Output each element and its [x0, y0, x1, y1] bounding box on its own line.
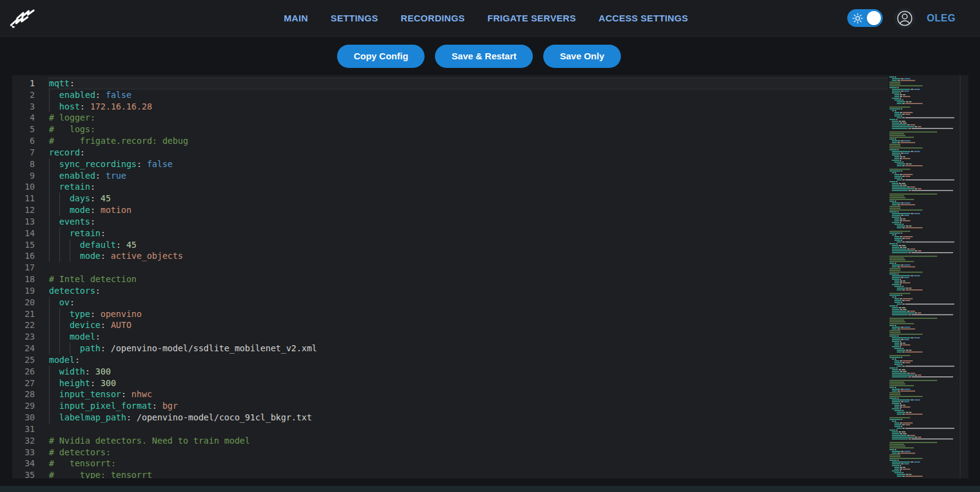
- code-line[interactable]: 30 labelmap_path: /openvino-model/coco_9…: [12, 412, 888, 423]
- line-content: # Nvidia detectors. Need to train model: [48, 435, 888, 447]
- line-number: 21: [12, 308, 48, 320]
- line-number: 31: [12, 423, 48, 435]
- code-line[interactable]: 31: [12, 423, 888, 435]
- line-content: # detectors:: [48, 447, 888, 458]
- minimap[interactable]: [888, 75, 960, 479]
- indent-guide: [59, 193, 70, 204]
- nav-item-settings[interactable]: SETTINGS: [331, 13, 378, 23]
- indent-guide: [70, 239, 80, 251]
- line-content: enabled: false: [48, 89, 888, 101]
- line-content: model:: [48, 331, 888, 343]
- save-restart-button[interactable]: Save & Restart: [435, 45, 533, 68]
- code-line[interactable]: 10 retain:: [12, 181, 888, 193]
- line-content: record:: [48, 147, 888, 158]
- line-content: model:: [48, 354, 888, 366]
- code-line[interactable]: 12 mode: motion: [12, 204, 888, 216]
- code-line[interactable]: 28 input_tensor: nhwc: [12, 389, 888, 400]
- code-line[interactable]: 23 model:: [12, 331, 888, 343]
- code-line[interactable]: 24 path: /openvino-model/ssdlite_mobilen…: [12, 343, 888, 354]
- indent-guide: [59, 343, 70, 354]
- code-line[interactable]: 18# Intel detection: [12, 274, 888, 285]
- code-line[interactable]: 22 device: AUTO: [12, 319, 888, 331]
- top-navbar: MAINSETTINGSRECORDINGSFRIGATE SERVERSACC…: [0, 0, 980, 37]
- indent-guide: [49, 89, 59, 101]
- config-editor: 1mqtt:2 enabled: false3 host: 172.16.16.…: [12, 75, 968, 479]
- username-link[interactable]: OLEG: [927, 13, 956, 24]
- code-line[interactable]: 9 enabled: true: [12, 170, 888, 182]
- code-line[interactable]: 32# Nvidia detectors. Need to train mode…: [12, 435, 888, 447]
- line-number: 22: [12, 319, 48, 331]
- indent-guide: [49, 193, 59, 204]
- frigate-logo[interactable]: [9, 4, 37, 32]
- indent-guide: [49, 366, 59, 378]
- code-line[interactable]: 20 ov:: [12, 297, 888, 308]
- nav-item-access-settings[interactable]: ACCESS SETTINGS: [599, 13, 688, 23]
- line-content: # tensorrt:: [48, 458, 888, 469]
- line-content: detectors:: [48, 285, 888, 297]
- line-content: # logger:: [48, 112, 888, 124]
- code-line[interactable]: 29 input_pixel_format: bgr: [12, 400, 888, 412]
- copy-config-button[interactable]: Copy Config: [337, 45, 425, 68]
- code-line[interactable]: 14 retain:: [12, 228, 888, 239]
- code-line[interactable]: 33# detectors:: [12, 447, 888, 458]
- line-number: 28: [12, 389, 48, 400]
- nav-item-frigate-servers[interactable]: FRIGATE SERVERS: [488, 13, 576, 23]
- indent-guide: [49, 331, 59, 343]
- code-line[interactable]: 26 width: 300: [12, 366, 888, 378]
- code-line[interactable]: 25model:: [12, 354, 888, 366]
- line-content: host: 172.16.16.28: [48, 101, 888, 113]
- code-line[interactable]: 15 default: 45: [12, 239, 888, 251]
- indent-guide: [70, 343, 80, 354]
- line-content: labelmap_path: /openvino-model/coco_91cl…: [48, 412, 888, 423]
- line-content: width: 300: [48, 366, 888, 378]
- code-line[interactable]: 21 type: openvino: [12, 308, 888, 320]
- theme-toggle[interactable]: [847, 9, 883, 27]
- line-content: retain:: [48, 228, 888, 239]
- save-only-button[interactable]: Save Only: [543, 45, 621, 68]
- code-line[interactable]: 35# type: tensorrt: [12, 469, 888, 479]
- line-number: 16: [12, 250, 48, 262]
- line-content: events:: [48, 216, 888, 228]
- nav-item-main[interactable]: MAIN: [284, 13, 308, 23]
- line-content: # logs:: [48, 124, 888, 135]
- indent-guide: [59, 204, 70, 216]
- indent-guide: [49, 319, 59, 331]
- line-number: 7: [12, 147, 48, 158]
- code-line[interactable]: 11 days: 45: [12, 193, 888, 204]
- code-line[interactable]: 8 sync_recordings: false: [12, 158, 888, 170]
- code-line[interactable]: 2 enabled: false: [12, 89, 888, 101]
- code-line[interactable]: 4# logger:: [12, 112, 888, 124]
- line-number: 27: [12, 378, 48, 389]
- code-area[interactable]: 1mqtt:2 enabled: false3 host: 172.16.16.…: [12, 75, 888, 479]
- code-line[interactable]: 34# tensorrt:: [12, 458, 888, 469]
- code-line[interactable]: 17: [12, 262, 888, 274]
- code-line[interactable]: 3 host: 172.16.16.28: [12, 101, 888, 113]
- code-line[interactable]: 16 mode: active_objects: [12, 250, 888, 262]
- indent-guide: [49, 400, 59, 412]
- line-content: days: 45: [48, 193, 888, 204]
- line-number: 8: [12, 158, 48, 170]
- code-line[interactable]: 19detectors:: [12, 285, 888, 297]
- indent-guide: [49, 216, 59, 228]
- user-avatar[interactable]: [894, 8, 915, 29]
- nav-item-recordings[interactable]: RECORDINGS: [401, 13, 465, 23]
- code-line[interactable]: 1mqtt:: [12, 78, 888, 89]
- indent-guide: [49, 239, 59, 251]
- editor-vertical-scrollbar[interactable]: [960, 75, 968, 479]
- line-number: 15: [12, 239, 48, 251]
- line-number: 5: [12, 124, 48, 135]
- code-line[interactable]: 27 height: 300: [12, 378, 888, 389]
- line-number: 13: [12, 216, 48, 228]
- indent-guide: [49, 170, 59, 182]
- indent-guide: [59, 319, 70, 331]
- page-horizontal-scrollbar[interactable]: [0, 486, 980, 492]
- navbar-right-controls: OLEG: [847, 8, 956, 29]
- line-number: 3: [12, 101, 48, 113]
- indent-guide: [49, 250, 59, 262]
- code-line[interactable]: 7record:: [12, 147, 888, 158]
- code-line[interactable]: 5# logs:: [12, 124, 888, 135]
- code-line[interactable]: 6# frigate.record: debug: [12, 135, 888, 147]
- code-line[interactable]: 13 events:: [12, 216, 888, 228]
- line-number: 20: [12, 297, 48, 308]
- indent-guide: [49, 158, 59, 170]
